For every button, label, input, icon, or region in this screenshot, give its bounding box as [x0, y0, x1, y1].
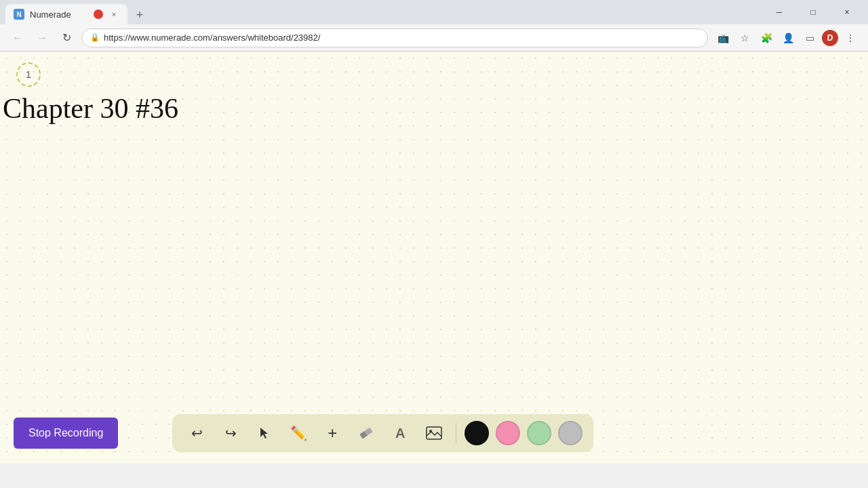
menu-icon[interactable]: ⋮ [841, 28, 860, 47]
new-tab-button[interactable]: + [130, 5, 149, 24]
select-tool-button[interactable] [251, 420, 278, 447]
color-pink[interactable] [496, 421, 520, 445]
url-text: https://www.numerade.com/answers/whitebo… [104, 33, 320, 43]
eraser-tool-button[interactable] [349, 415, 384, 450]
sidebar-icon[interactable]: ▭ [800, 28, 819, 47]
maximize-button[interactable]: □ [797, 0, 829, 24]
ssl-lock-icon: 🔒 [90, 33, 100, 42]
color-green[interactable] [527, 421, 551, 445]
svg-marker-0 [260, 428, 268, 439]
chapter-title: Chapter 30 #36 [3, 92, 178, 125]
stop-recording-button[interactable]: Stop Recording [14, 418, 118, 449]
tab-title: Numerade [30, 9, 88, 20]
reload-button[interactable]: ↻ [57, 28, 76, 47]
color-black[interactable] [465, 421, 489, 445]
bookmark-icon[interactable]: ☆ [735, 28, 754, 47]
bottom-toolbar: Stop Recording ↩ ↪ ✏️ + [0, 403, 868, 464]
color-gray[interactable] [558, 421, 583, 445]
address-bar-row: ← → ↻ 🔒 https://www.numerade.com/answers… [0, 24, 868, 52]
redo-button[interactable]: ↪ [217, 420, 244, 447]
tab-favicon: N [14, 9, 24, 20]
undo-button[interactable]: ↩ [183, 420, 210, 447]
toolbar-divider [456, 423, 456, 443]
image-tool-button[interactable] [420, 420, 448, 447]
extension-icon[interactable]: 🧩 [757, 28, 776, 47]
address-bar[interactable]: 🔒 https://www.numerade.com/answers/white… [81, 28, 708, 47]
text-tool-button[interactable]: A [387, 420, 414, 447]
page-number: 1 [16, 62, 41, 87]
drawing-toolbar: ↩ ↪ ✏️ + A [172, 414, 593, 452]
tab-close-button[interactable]: × [108, 9, 119, 20]
minimize-button[interactable]: ─ [764, 0, 795, 24]
user-avatar[interactable]: D [822, 30, 838, 46]
browser-tab[interactable]: N Numerade × [5, 4, 127, 24]
cast-icon[interactable]: 📺 [713, 28, 732, 47]
close-window-button[interactable]: × [831, 0, 863, 24]
pencil-tool-button[interactable]: ✏️ [285, 420, 312, 447]
browser-toolbar-icons: 📺 ☆ 🧩 👤 ▭ D ⋮ [713, 28, 860, 47]
back-button[interactable]: ← [8, 28, 27, 47]
profile-icon[interactable]: 👤 [778, 28, 797, 47]
forward-button[interactable]: → [33, 28, 52, 47]
recording-indicator [94, 9, 103, 19]
whiteboard-canvas[interactable]: 1 Chapter 30 #36 Stop Recording ↩ ↪ ✏️ + [0, 52, 868, 464]
svg-rect-3 [427, 427, 441, 439]
add-button[interactable]: + [319, 420, 346, 447]
